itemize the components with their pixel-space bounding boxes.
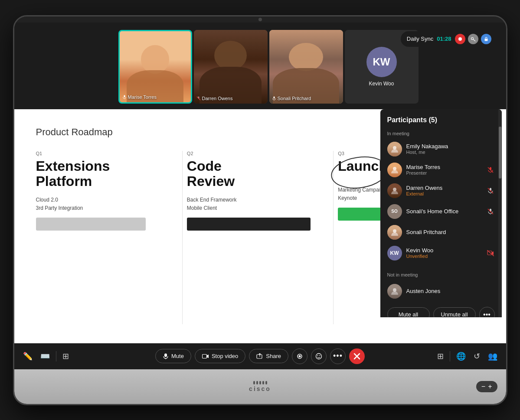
participants-panel: Participants (5) In meeting Emily Nakaga… bbox=[380, 109, 502, 317]
end-call-button[interactable] bbox=[349, 348, 365, 364]
keyboard-icon[interactable]: ⌨️ bbox=[39, 350, 52, 363]
toolbar: ✏️ ⌨️ ⊞ Mute Stop video Share bbox=[14, 343, 506, 369]
mute-button[interactable]: Mute bbox=[155, 349, 191, 363]
video-thumb-sonali[interactable]: Sonali Pritchard bbox=[269, 30, 343, 104]
cisco-dots bbox=[253, 381, 267, 384]
layout-icon[interactable]: ⊞ bbox=[61, 350, 71, 363]
avatar-emily bbox=[387, 142, 402, 156]
cisco-logo: cisco bbox=[249, 381, 271, 392]
kevin-cam-icon bbox=[486, 249, 495, 257]
q1-heading: ExtensionsPlatform bbox=[36, 159, 173, 189]
participant-kevin[interactable]: KW Kevin Woo Unverified bbox=[380, 243, 502, 264]
thumb-label-marise: Marise Torres bbox=[122, 94, 157, 100]
pencil-icon[interactable]: ✏️ bbox=[21, 350, 34, 363]
kevin-avatar: KW bbox=[366, 47, 397, 77]
emily-info: Emily Nakagawa Host, me bbox=[406, 143, 495, 155]
mute-all-button[interactable]: Mute all bbox=[387, 307, 430, 317]
cisco-dot-4 bbox=[262, 381, 264, 384]
mic-icon-darren bbox=[196, 96, 201, 101]
toolbar-center: Mute Stop video Share ••• bbox=[155, 348, 365, 364]
slide-col-q2: Q2 CodeReview Back End FrameworkMobile C… bbox=[183, 151, 334, 324]
svg-rect-24 bbox=[487, 251, 492, 255]
unmute-all-button[interactable]: Unmute all bbox=[433, 307, 476, 317]
avatar-darren bbox=[387, 183, 402, 198]
svg-point-38 bbox=[320, 355, 321, 356]
svg-marker-31 bbox=[206, 355, 209, 358]
stop-video-button[interactable]: Stop video bbox=[195, 349, 245, 363]
participant-austen[interactable]: Austen Jones bbox=[380, 281, 502, 302]
badge-icons bbox=[455, 34, 491, 44]
svg-rect-4 bbox=[273, 96, 275, 98]
device-frame: Marise Torres Darren Owens bbox=[13, 15, 507, 405]
svg-rect-9 bbox=[484, 39, 487, 41]
mic-icon-sonali bbox=[272, 96, 276, 101]
grid-view-icon[interactable]: ⊞ bbox=[435, 350, 445, 363]
daily-sync-badge: Daily Sync 01:28 bbox=[401, 31, 497, 47]
participant-sonalis-home[interactable]: SO Sonali's Home Office bbox=[380, 201, 502, 222]
participants-icon[interactable]: 👥 bbox=[486, 350, 499, 363]
participant-darren[interactable]: Darren Owens External bbox=[380, 180, 502, 201]
reactions-button[interactable] bbox=[311, 348, 327, 364]
cisco-dot-5 bbox=[265, 381, 267, 384]
sonali-info: Sonali Pritchard bbox=[406, 229, 495, 235]
emoji-icon bbox=[315, 353, 322, 360]
darren-info: Darren Owens External bbox=[406, 185, 486, 196]
key-badge-icon[interactable] bbox=[468, 34, 478, 44]
cisco-dot-2 bbox=[256, 381, 258, 384]
slide-col-q1: Q1 ExtensionsPlatform Cloud 2.03rd Party… bbox=[36, 151, 183, 324]
zoom-out-button[interactable]: − bbox=[481, 383, 485, 391]
mic-icon-marise bbox=[122, 95, 127, 99]
more-dots: ••• bbox=[333, 352, 343, 361]
svg-point-12 bbox=[393, 167, 396, 170]
screen: Marise Torres Darren Owens bbox=[14, 23, 506, 369]
participants-more-button[interactable]: ••• bbox=[479, 307, 495, 317]
device-bottom: cisco − + bbox=[14, 369, 506, 404]
video-strip: Marise Torres Darren Owens bbox=[14, 23, 506, 109]
video-thumb-marise[interactable]: Marise Torres bbox=[118, 30, 192, 104]
avatar-sonalis-home: SO bbox=[387, 204, 402, 219]
svg-point-16 bbox=[393, 188, 396, 191]
svg-point-6 bbox=[458, 37, 462, 41]
participant-marise[interactable]: Marise Torres Presenter bbox=[380, 160, 502, 180]
record-badge-icon[interactable] bbox=[455, 34, 465, 44]
toolbar-divider-2 bbox=[450, 351, 450, 361]
svg-point-35 bbox=[299, 355, 301, 357]
record-button[interactable] bbox=[292, 348, 307, 364]
svg-rect-30 bbox=[202, 354, 206, 358]
q2-items: Back End FrameworkMobile Client bbox=[187, 196, 324, 212]
cisco-text: cisco bbox=[249, 385, 271, 392]
mic-icon bbox=[163, 353, 169, 359]
globe-icon[interactable]: 🌐 bbox=[455, 350, 468, 363]
toolbar-left: ✏️ ⌨️ ⊞ bbox=[21, 350, 71, 363]
avatar-kevin: KW bbox=[387, 246, 402, 260]
share-button[interactable]: Share bbox=[249, 349, 288, 363]
svg-point-7 bbox=[471, 37, 473, 39]
svg-rect-32 bbox=[257, 355, 262, 358]
video-thumb-darren[interactable]: Darren Owens bbox=[194, 30, 268, 104]
participant-emily[interactable]: Emily Nakagawa Host, me bbox=[380, 139, 502, 160]
svg-point-11 bbox=[393, 146, 396, 150]
svg-point-37 bbox=[317, 355, 318, 356]
panel-actions: Mute all Unmute all ••• bbox=[380, 302, 502, 317]
toolbar-right: ⊞ 🌐 ↺ 👥 bbox=[435, 350, 499, 363]
q2-bar bbox=[187, 218, 311, 231]
thumb-label-darren: Darren Owens bbox=[196, 96, 233, 101]
marise-info: Marise Torres Presenter bbox=[406, 164, 486, 176]
participant-sonali[interactable]: Sonali Pritchard bbox=[380, 222, 502, 243]
cisco-dot-1 bbox=[253, 381, 255, 384]
svg-point-27 bbox=[393, 288, 396, 292]
svg-line-8 bbox=[473, 39, 475, 41]
darren-mic-icon bbox=[486, 186, 495, 195]
austen-info: Austen Jones bbox=[406, 288, 495, 294]
marise-mic-icon bbox=[486, 166, 495, 174]
lock-badge-icon[interactable] bbox=[481, 34, 491, 44]
more-button[interactable]: ••• bbox=[330, 348, 346, 364]
q1-bar bbox=[36, 218, 146, 231]
sonalis-home-info: Sonali's Home Office bbox=[406, 208, 486, 215]
avatar-marise bbox=[387, 163, 402, 177]
zoom-in-button[interactable]: + bbox=[488, 383, 492, 391]
main-content-area: Product Roadmap Q1 ExtensionsPlatform Cl… bbox=[14, 109, 506, 343]
refresh-icon[interactable]: ↺ bbox=[472, 350, 482, 363]
svg-rect-0 bbox=[124, 95, 125, 97]
camera-dot bbox=[258, 18, 262, 21]
